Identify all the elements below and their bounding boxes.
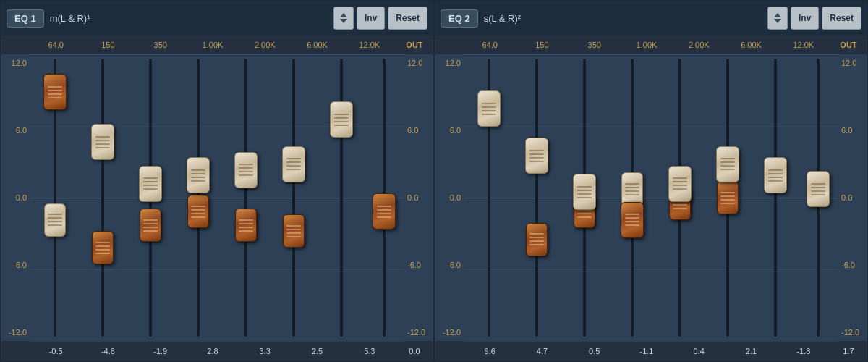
inv-button[interactable]: Inv xyxy=(357,7,385,30)
fader-knob-primary[interactable] xyxy=(477,90,501,127)
scale-label: -12.0 xyxy=(9,328,27,337)
out-fader-rail[interactable] xyxy=(383,59,386,337)
fader-knob-primary[interactable] xyxy=(187,157,210,193)
fader-rail[interactable] xyxy=(726,59,729,337)
fader-knob-primary[interactable] xyxy=(330,101,353,138)
fader-knob-secondary[interactable] xyxy=(283,214,305,248)
scale-label: 6.0 xyxy=(841,126,852,135)
grid-line xyxy=(464,341,838,342)
eq-main-body: 12.06.00.0-6.0-12.0 xyxy=(1,54,433,341)
freq-label: 12.0K xyxy=(778,41,830,49)
fader-knob-primary[interactable] xyxy=(764,157,787,193)
fader-channel xyxy=(270,59,318,337)
fader-rail[interactable] xyxy=(54,59,56,337)
fader-rail[interactable] xyxy=(631,59,634,337)
fader-rail[interactable] xyxy=(535,59,538,337)
fader-rail[interactable] xyxy=(678,59,681,337)
scale-label: -12.0 xyxy=(443,328,461,337)
scale-label: -12.0 xyxy=(841,328,859,337)
scale-label: 12.0 xyxy=(407,59,422,67)
out-fader xyxy=(799,59,837,337)
scale-label: 0.0 xyxy=(16,193,27,202)
freq-value: 2.1 xyxy=(725,347,777,355)
fader-knob-primary[interactable] xyxy=(282,146,305,182)
out-value: 0.0 xyxy=(396,347,433,355)
fader-channel xyxy=(79,59,127,337)
freq-label: 150 xyxy=(82,41,134,49)
freq-label: 2.00K xyxy=(239,41,291,49)
freq-value: 3.3 xyxy=(239,347,291,355)
fader-knob-secondary[interactable] xyxy=(140,209,161,242)
scale-label: 0.0 xyxy=(450,193,461,202)
faders-area xyxy=(464,54,838,341)
fader-knob-primary[interactable] xyxy=(139,166,162,202)
fader-rail[interactable] xyxy=(340,59,343,337)
scale-label: 6.0 xyxy=(407,126,418,135)
inv-button[interactable]: Inv xyxy=(791,7,819,30)
scale-right: 12.06.00.0-6.0-12.0 xyxy=(404,54,433,341)
scale-label: -6.0 xyxy=(447,261,461,269)
scale-label: -6.0 xyxy=(841,261,855,269)
fader-knob-secondary[interactable] xyxy=(717,181,739,214)
arrow-btn[interactable] xyxy=(767,7,788,30)
fader-knob-secondary[interactable] xyxy=(526,223,548,256)
header-buttons: Inv Reset xyxy=(333,7,427,30)
grid-line xyxy=(30,341,404,342)
fader-channel xyxy=(31,59,79,337)
freq-value: 0.4 xyxy=(673,347,725,355)
scale-label: -6.0 xyxy=(407,261,421,269)
fader-knob-primary[interactable] xyxy=(716,146,739,182)
freq-label: 6.00K xyxy=(725,41,777,49)
eq-panel: EQ 1 m(L & R)¹ Inv Reset 64.01503501.00K… xyxy=(0,0,434,362)
header-buttons: Inv Reset xyxy=(767,7,861,30)
scale-left: 12.06.00.0-6.0-12.0 xyxy=(435,54,464,341)
fader-knob-secondary[interactable] xyxy=(187,195,209,228)
fader-knob-primary[interactable] xyxy=(668,166,692,202)
fader-rail[interactable] xyxy=(244,59,247,337)
scale-right: 12.06.00.0-6.0-12.0 xyxy=(838,54,867,341)
fader-channel xyxy=(465,59,513,337)
reset-button[interactable]: Reset xyxy=(388,7,427,30)
fader-knob-primary[interactable] xyxy=(234,152,258,188)
freq-value: -1.8 xyxy=(778,347,830,355)
fader-knob-primary[interactable] xyxy=(525,138,548,174)
fader-rail[interactable] xyxy=(197,59,200,337)
out-fader-knob[interactable] xyxy=(373,193,396,230)
freq-value: 2.8 xyxy=(187,347,239,355)
fader-knob-primary[interactable] xyxy=(621,202,644,238)
fader-knob-primary[interactable] xyxy=(573,174,596,210)
faders-area xyxy=(30,54,404,341)
reset-button[interactable]: Reset xyxy=(822,7,861,30)
value-labels-row: 9.64.70.5-1.10.42.1-1.81.7 xyxy=(435,341,867,361)
fader-knob-secondary[interactable] xyxy=(44,203,66,237)
fader-channel xyxy=(608,59,656,337)
eq-title: EQ 2 xyxy=(441,9,478,28)
freq-labels-row: 64.01503501.00K2.00K6.00K12.0KOUT xyxy=(435,35,867,54)
fader-rail[interactable] xyxy=(292,59,295,337)
fader-knob-secondary[interactable] xyxy=(235,209,257,242)
out-fader-rail[interactable] xyxy=(817,59,820,337)
scale-label: -6.0 xyxy=(13,261,27,269)
fader-rail[interactable] xyxy=(583,59,586,337)
fader-rail[interactable] xyxy=(101,59,104,337)
fader-knob-primary[interactable] xyxy=(91,124,114,160)
fader-knob-secondary[interactable] xyxy=(92,231,114,264)
out-value: 1.7 xyxy=(830,347,867,355)
fader-channel xyxy=(656,59,704,337)
fader-knob-secondary[interactable] xyxy=(621,172,643,206)
freq-label: 2.00K xyxy=(673,41,725,49)
eq-header: EQ 1 m(L & R)¹ Inv Reset xyxy=(1,1,433,35)
freq-label: 64.0 xyxy=(30,41,82,49)
fader-rail[interactable] xyxy=(488,59,490,337)
value-labels-row: -0.5-4.8-1.92.83.32.55.30.0 xyxy=(1,341,433,361)
freq-label: 12.0K xyxy=(344,41,396,49)
scale-label: 12.0 xyxy=(12,59,27,67)
fader-rail[interactable] xyxy=(149,59,152,337)
arrow-btn[interactable] xyxy=(333,7,354,30)
fader-knob-primary[interactable] xyxy=(43,74,67,110)
freq-value: 2.5 xyxy=(291,347,343,355)
fader-rail[interactable] xyxy=(774,59,777,337)
out-fader-knob[interactable] xyxy=(807,171,830,207)
freq-value: -0.5 xyxy=(30,347,82,355)
fader-channel xyxy=(513,59,561,337)
